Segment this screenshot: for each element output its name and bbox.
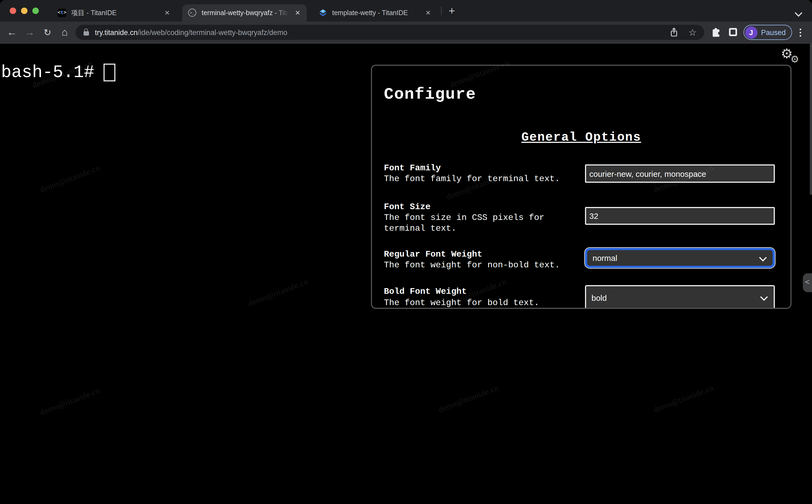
selected-value: normal bbox=[593, 253, 617, 263]
terminal-cursor bbox=[104, 64, 115, 81]
url-text: try.titanide.cn/ide/web/coding/terminal-… bbox=[95, 28, 670, 36]
tab-title: template-wetty - TitanIDE bbox=[332, 9, 421, 17]
share-icon[interactable] bbox=[670, 27, 678, 37]
tab-divider bbox=[441, 6, 442, 15]
tab-project-titanide[interactable]: <t> 项目 - TitanIDE ✕ bbox=[52, 4, 176, 22]
general-options-heading: General Options bbox=[372, 130, 790, 144]
watermark-text: demo@titanide.cn bbox=[437, 383, 500, 415]
tab-terminal-wetty[interactable]: >_ terminal-wetty-bwqryafz - Tita ✕ bbox=[182, 4, 307, 22]
bold-font-weight-label: Bold Font Weight bbox=[384, 287, 570, 297]
font-size-description: The font size in CSS pixels for terminal… bbox=[384, 213, 570, 234]
collapse-panel-button[interactable]: < bbox=[803, 273, 812, 292]
sync-paused-badge: Paused bbox=[761, 28, 786, 36]
tab-strip: <t> 项目 - TitanIDE ✕ >_ terminal-wetty-bw… bbox=[0, 0, 812, 22]
terminal-page: demo@titanide.cndemo@titanide.cndemo@tit… bbox=[0, 44, 812, 504]
browser-toolbar: ← → ↻ ⌂ try.titanide.cn/ide/web/coding/t… bbox=[0, 22, 812, 43]
url-host: try.titanide.cn bbox=[95, 28, 138, 36]
watermark-text: demo@titanide.cn bbox=[652, 383, 715, 415]
reload-button[interactable]: ↻ bbox=[39, 22, 56, 43]
new-tab-button[interactable]: + bbox=[444, 3, 459, 18]
regular-font-weight-select[interactable]: normal bbox=[585, 248, 775, 268]
address-bar[interactable]: try.titanide.cn/ide/web/coding/terminal-… bbox=[75, 25, 704, 40]
close-tab-icon[interactable]: ✕ bbox=[293, 8, 302, 18]
avatar: J bbox=[745, 26, 757, 39]
font-family-label: Font Family bbox=[384, 163, 570, 174]
browser-menu-kebab-icon[interactable] bbox=[796, 26, 804, 39]
minimize-window-button[interactable] bbox=[21, 8, 27, 14]
chevron-down-icon bbox=[759, 254, 767, 261]
titanide-code-favicon-icon: <t> bbox=[58, 9, 66, 17]
regular-font-weight-label: Regular Font Weight bbox=[384, 250, 570, 260]
font-family-input[interactable] bbox=[585, 164, 775, 183]
terminal-prompt: bash-5.1# bbox=[1, 62, 94, 84]
configure-panel: Configure General Options Font Family Th… bbox=[371, 65, 792, 309]
configure-title: Configure bbox=[384, 85, 476, 103]
settings-gears-icon[interactable]: ⚙ ⚙ bbox=[779, 45, 806, 67]
close-tab-icon[interactable]: ✕ bbox=[162, 8, 172, 18]
watermark-text: demo@titanide.cn bbox=[39, 163, 102, 195]
profile-chip[interactable]: J Paused bbox=[744, 25, 792, 40]
scrollbar-strip[interactable] bbox=[810, 44, 812, 195]
window-controls bbox=[10, 8, 39, 14]
close-tab-icon[interactable]: ✕ bbox=[423, 8, 433, 18]
browser-window: <t> 项目 - TitanIDE ✕ >_ terminal-wetty-bw… bbox=[0, 0, 812, 504]
font-family-description: The font family for terminal text. bbox=[384, 174, 570, 185]
home-button[interactable]: ⌂ bbox=[56, 22, 73, 43]
regular-font-weight-description: The font weight for non-bold text. bbox=[384, 260, 570, 271]
chevron-down-icon bbox=[760, 293, 768, 301]
bookmark-star-icon[interactable]: ☆ bbox=[689, 27, 697, 38]
tab-title: 项目 - TitanIDE bbox=[71, 8, 160, 18]
back-button[interactable]: ← bbox=[3, 22, 20, 43]
tab-template-wetty[interactable]: template-wetty - TitanIDE ✕ bbox=[313, 4, 437, 22]
watermark-text: demo@titanide.cn bbox=[39, 386, 102, 417]
bold-font-weight-select[interactable]: bold bbox=[585, 285, 775, 309]
url-path: /ide/web/coding/terminal-wetty-bwqryafz/… bbox=[138, 28, 287, 36]
template-layers-favicon-icon bbox=[319, 9, 327, 17]
bold-font-weight-description: The font weight for bold text. bbox=[384, 298, 570, 309]
font-size-label: Font Size bbox=[384, 202, 570, 213]
forward-button[interactable]: → bbox=[21, 22, 38, 43]
lock-icon bbox=[84, 31, 89, 35]
selected-value: bold bbox=[591, 293, 607, 302]
side-panel-icon[interactable] bbox=[729, 28, 737, 36]
close-window-button[interactable] bbox=[10, 8, 16, 14]
watermark-text: demo@titanide.cn bbox=[247, 277, 310, 308]
viewport: <t> 项目 - TitanIDE ✕ >_ terminal-wetty-bw… bbox=[0, 0, 812, 504]
zoom-window-button[interactable] bbox=[32, 8, 39, 14]
tab-title: terminal-wetty-bwqryafz - Tita bbox=[202, 9, 291, 17]
terminal-favicon-icon: >_ bbox=[188, 9, 197, 17]
extensions-puzzle-icon[interactable] bbox=[711, 27, 721, 38]
tab-search-chevron-icon[interactable] bbox=[796, 8, 803, 15]
font-size-input[interactable] bbox=[585, 207, 775, 225]
